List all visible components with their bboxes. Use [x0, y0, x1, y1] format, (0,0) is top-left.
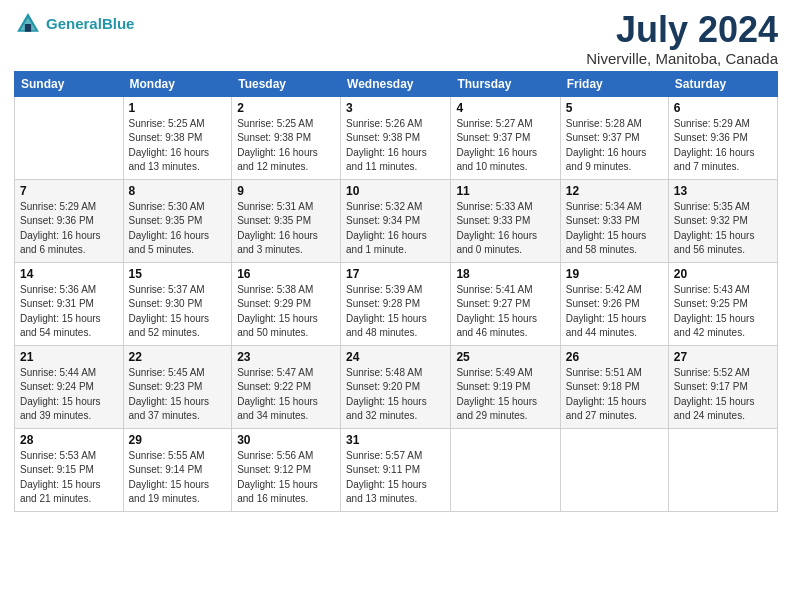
- day-info: Sunrise: 5:52 AM Sunset: 9:17 PM Dayligh…: [674, 366, 772, 424]
- calendar-cell: 15Sunrise: 5:37 AM Sunset: 9:30 PM Dayli…: [123, 262, 232, 345]
- calendar-cell: 9Sunrise: 5:31 AM Sunset: 9:35 PM Daylig…: [232, 179, 341, 262]
- calendar-week-row: 28Sunrise: 5:53 AM Sunset: 9:15 PM Dayli…: [15, 428, 778, 511]
- logo-blue: Blue: [102, 15, 135, 32]
- calendar-cell: 25Sunrise: 5:49 AM Sunset: 9:19 PM Dayli…: [451, 345, 560, 428]
- calendar-cell: 28Sunrise: 5:53 AM Sunset: 9:15 PM Dayli…: [15, 428, 124, 511]
- day-number: 15: [129, 267, 227, 281]
- day-info: Sunrise: 5:32 AM Sunset: 9:34 PM Dayligh…: [346, 200, 445, 258]
- calendar-week-row: 21Sunrise: 5:44 AM Sunset: 9:24 PM Dayli…: [15, 345, 778, 428]
- day-number: 1: [129, 101, 227, 115]
- calendar-cell: 23Sunrise: 5:47 AM Sunset: 9:22 PM Dayli…: [232, 345, 341, 428]
- day-info: Sunrise: 5:34 AM Sunset: 9:33 PM Dayligh…: [566, 200, 663, 258]
- day-info: Sunrise: 5:49 AM Sunset: 9:19 PM Dayligh…: [456, 366, 554, 424]
- day-number: 20: [674, 267, 772, 281]
- day-info: Sunrise: 5:42 AM Sunset: 9:26 PM Dayligh…: [566, 283, 663, 341]
- calendar-cell: 16Sunrise: 5:38 AM Sunset: 9:29 PM Dayli…: [232, 262, 341, 345]
- calendar-cell: 5Sunrise: 5:28 AM Sunset: 9:37 PM Daylig…: [560, 96, 668, 179]
- day-info: Sunrise: 5:48 AM Sunset: 9:20 PM Dayligh…: [346, 366, 445, 424]
- day-number: 16: [237, 267, 335, 281]
- day-info: Sunrise: 5:39 AM Sunset: 9:28 PM Dayligh…: [346, 283, 445, 341]
- logo-text: GeneralBlue: [46, 16, 134, 33]
- day-number: 22: [129, 350, 227, 364]
- day-number: 29: [129, 433, 227, 447]
- calendar-week-row: 1Sunrise: 5:25 AM Sunset: 9:38 PM Daylig…: [15, 96, 778, 179]
- calendar-cell: [560, 428, 668, 511]
- header-thursday: Thursday: [451, 71, 560, 96]
- calendar-header: Sunday Monday Tuesday Wednesday Thursday…: [15, 71, 778, 96]
- day-info: Sunrise: 5:29 AM Sunset: 9:36 PM Dayligh…: [674, 117, 772, 175]
- calendar-cell: 17Sunrise: 5:39 AM Sunset: 9:28 PM Dayli…: [341, 262, 451, 345]
- calendar-cell: 30Sunrise: 5:56 AM Sunset: 9:12 PM Dayli…: [232, 428, 341, 511]
- day-info: Sunrise: 5:43 AM Sunset: 9:25 PM Dayligh…: [674, 283, 772, 341]
- day-number: 17: [346, 267, 445, 281]
- day-number: 12: [566, 184, 663, 198]
- day-number: 19: [566, 267, 663, 281]
- day-info: Sunrise: 5:44 AM Sunset: 9:24 PM Dayligh…: [20, 366, 118, 424]
- day-info: Sunrise: 5:57 AM Sunset: 9:11 PM Dayligh…: [346, 449, 445, 507]
- calendar-cell: 2Sunrise: 5:25 AM Sunset: 9:38 PM Daylig…: [232, 96, 341, 179]
- calendar-cell: 1Sunrise: 5:25 AM Sunset: 9:38 PM Daylig…: [123, 96, 232, 179]
- calendar-cell: 19Sunrise: 5:42 AM Sunset: 9:26 PM Dayli…: [560, 262, 668, 345]
- day-number: 18: [456, 267, 554, 281]
- calendar-cell: 6Sunrise: 5:29 AM Sunset: 9:36 PM Daylig…: [668, 96, 777, 179]
- day-number: 24: [346, 350, 445, 364]
- day-number: 9: [237, 184, 335, 198]
- day-info: Sunrise: 5:27 AM Sunset: 9:37 PM Dayligh…: [456, 117, 554, 175]
- day-info: Sunrise: 5:51 AM Sunset: 9:18 PM Dayligh…: [566, 366, 663, 424]
- header: GeneralBlue July 2024 Niverville, Manito…: [14, 10, 778, 67]
- calendar-cell: 4Sunrise: 5:27 AM Sunset: 9:37 PM Daylig…: [451, 96, 560, 179]
- calendar-cell: 18Sunrise: 5:41 AM Sunset: 9:27 PM Dayli…: [451, 262, 560, 345]
- calendar-cell: 22Sunrise: 5:45 AM Sunset: 9:23 PM Dayli…: [123, 345, 232, 428]
- day-number: 21: [20, 350, 118, 364]
- calendar-cell: 20Sunrise: 5:43 AM Sunset: 9:25 PM Dayli…: [668, 262, 777, 345]
- day-info: Sunrise: 5:33 AM Sunset: 9:33 PM Dayligh…: [456, 200, 554, 258]
- calendar-cell: 21Sunrise: 5:44 AM Sunset: 9:24 PM Dayli…: [15, 345, 124, 428]
- day-number: 3: [346, 101, 445, 115]
- header-saturday: Saturday: [668, 71, 777, 96]
- header-monday: Monday: [123, 71, 232, 96]
- days-header-row: Sunday Monday Tuesday Wednesday Thursday…: [15, 71, 778, 96]
- calendar-week-row: 14Sunrise: 5:36 AM Sunset: 9:31 PM Dayli…: [15, 262, 778, 345]
- day-number: 5: [566, 101, 663, 115]
- day-info: Sunrise: 5:31 AM Sunset: 9:35 PM Dayligh…: [237, 200, 335, 258]
- calendar-table: Sunday Monday Tuesday Wednesday Thursday…: [14, 71, 778, 512]
- calendar-cell: 11Sunrise: 5:33 AM Sunset: 9:33 PM Dayli…: [451, 179, 560, 262]
- day-info: Sunrise: 5:30 AM Sunset: 9:35 PM Dayligh…: [129, 200, 227, 258]
- logo-general: General: [46, 15, 102, 32]
- svg-rect-2: [25, 24, 31, 32]
- day-number: 25: [456, 350, 554, 364]
- calendar-cell: 13Sunrise: 5:35 AM Sunset: 9:32 PM Dayli…: [668, 179, 777, 262]
- logo: GeneralBlue: [14, 10, 134, 38]
- calendar-body: 1Sunrise: 5:25 AM Sunset: 9:38 PM Daylig…: [15, 96, 778, 511]
- day-info: Sunrise: 5:53 AM Sunset: 9:15 PM Dayligh…: [20, 449, 118, 507]
- day-info: Sunrise: 5:26 AM Sunset: 9:38 PM Dayligh…: [346, 117, 445, 175]
- day-info: Sunrise: 5:36 AM Sunset: 9:31 PM Dayligh…: [20, 283, 118, 341]
- day-number: 10: [346, 184, 445, 198]
- calendar-cell: [451, 428, 560, 511]
- month-year-title: July 2024: [586, 10, 778, 50]
- day-number: 4: [456, 101, 554, 115]
- calendar-cell: 29Sunrise: 5:55 AM Sunset: 9:14 PM Dayli…: [123, 428, 232, 511]
- day-number: 11: [456, 184, 554, 198]
- calendar-cell: 31Sunrise: 5:57 AM Sunset: 9:11 PM Dayli…: [341, 428, 451, 511]
- day-number: 8: [129, 184, 227, 198]
- day-info: Sunrise: 5:35 AM Sunset: 9:32 PM Dayligh…: [674, 200, 772, 258]
- title-block: July 2024 Niverville, Manitoba, Canada: [586, 10, 778, 67]
- day-info: Sunrise: 5:38 AM Sunset: 9:29 PM Dayligh…: [237, 283, 335, 341]
- day-number: 6: [674, 101, 772, 115]
- logo-icon: [14, 10, 42, 38]
- calendar-cell: 7Sunrise: 5:29 AM Sunset: 9:36 PM Daylig…: [15, 179, 124, 262]
- calendar-cell: 8Sunrise: 5:30 AM Sunset: 9:35 PM Daylig…: [123, 179, 232, 262]
- calendar-cell: [15, 96, 124, 179]
- day-number: 7: [20, 184, 118, 198]
- calendar-cell: 14Sunrise: 5:36 AM Sunset: 9:31 PM Dayli…: [15, 262, 124, 345]
- day-number: 28: [20, 433, 118, 447]
- day-number: 27: [674, 350, 772, 364]
- calendar-cell: [668, 428, 777, 511]
- header-friday: Friday: [560, 71, 668, 96]
- day-info: Sunrise: 5:25 AM Sunset: 9:38 PM Dayligh…: [129, 117, 227, 175]
- day-number: 31: [346, 433, 445, 447]
- day-info: Sunrise: 5:41 AM Sunset: 9:27 PM Dayligh…: [456, 283, 554, 341]
- page-container: GeneralBlue July 2024 Niverville, Manito…: [0, 0, 792, 518]
- header-tuesday: Tuesday: [232, 71, 341, 96]
